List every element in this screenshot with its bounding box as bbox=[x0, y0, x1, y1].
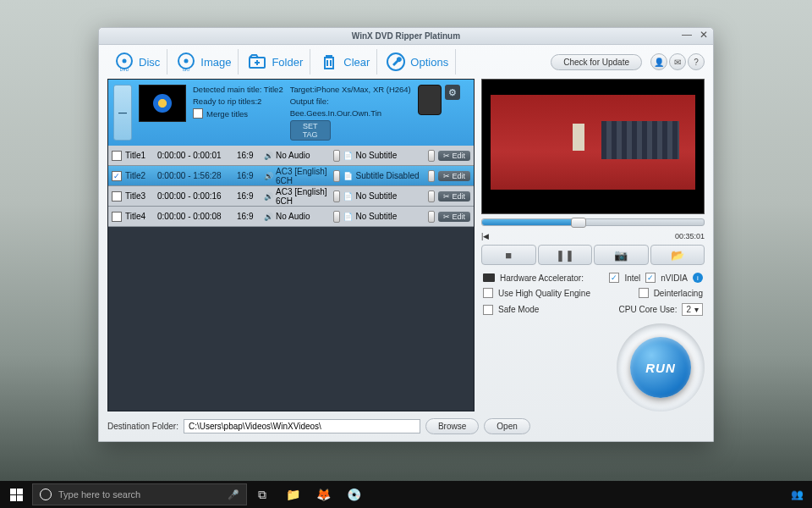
folder-open-icon: 📂 bbox=[671, 249, 684, 262]
stop-button[interactable]: ■ bbox=[481, 245, 536, 265]
disc-button[interactable]: DVDDisc bbox=[107, 49, 167, 75]
title-aspect: 16:9 bbox=[237, 151, 261, 160]
disc-icon: DVD bbox=[114, 52, 134, 72]
title-aspect: 16:9 bbox=[237, 212, 261, 221]
taskbar-search[interactable]: Type here to search🎤 bbox=[32, 483, 247, 505]
info-icon[interactable]: i bbox=[693, 273, 703, 283]
subtitle-select[interactable]: No Subtitle bbox=[343, 151, 425, 160]
title-row[interactable]: ✓Title20:00:00 - 1:56:2816:9AC3 [English… bbox=[108, 166, 474, 186]
dest-folder-input[interactable] bbox=[184, 419, 420, 433]
title-list-pane: — Detected main title: Title2 Ready to r… bbox=[107, 79, 475, 411]
title-aspect: 16:9 bbox=[237, 171, 261, 180]
image-button[interactable]: ISOImage bbox=[169, 49, 239, 75]
wrench-icon bbox=[386, 52, 406, 72]
edit-button[interactable]: ✂Edit bbox=[438, 191, 470, 202]
app-window: WinX DVD Ripper Platinum — ✕ DVDDisc ISO… bbox=[98, 27, 714, 442]
merge-titles-checkbox[interactable]: Merge titles bbox=[193, 108, 283, 119]
title-checkbox[interactable] bbox=[112, 151, 122, 161]
windows-logo-icon bbox=[10, 489, 23, 501]
title-row[interactable]: Title10:00:00 - 0:00:0116:9No AudioNo Su… bbox=[108, 146, 474, 166]
seek-slider[interactable] bbox=[481, 218, 705, 226]
intel-checkbox[interactable] bbox=[609, 273, 619, 283]
profile-settings-button[interactable]: ⚙ bbox=[445, 85, 460, 100]
seek-start-icon[interactable]: |◀ bbox=[481, 232, 675, 240]
edit-button[interactable]: ✂Edit bbox=[438, 212, 470, 222]
audio-select[interactable]: No Audio bbox=[264, 151, 330, 160]
audio-select[interactable]: AC3 [English] 6CH bbox=[264, 167, 330, 185]
close-button[interactable]: ✕ bbox=[698, 30, 710, 41]
firefox-taskbar-icon[interactable]: 🦊 bbox=[308, 481, 338, 508]
start-button[interactable] bbox=[0, 481, 32, 508]
taskbar[interactable]: Type here to search🎤 ⧉ 📁 🦊 💿 👥 bbox=[0, 481, 812, 508]
winx-taskbar-icon[interactable]: 💿 bbox=[338, 481, 369, 508]
title-name: Title1 bbox=[125, 151, 154, 160]
open-button[interactable]: Open bbox=[484, 418, 529, 434]
svg-point-4 bbox=[184, 59, 189, 64]
title-checkbox[interactable] bbox=[112, 191, 122, 202]
hw-accelerator-label: Hardware Accelerator: bbox=[500, 273, 604, 283]
hq-engine-checkbox[interactable] bbox=[483, 288, 493, 298]
open-folder-button[interactable]: 📂 bbox=[650, 245, 705, 265]
window-title: WinX DVD Ripper Platinum bbox=[352, 31, 460, 41]
toolbar: DVDDisc ISOImage Folder Clear Options Ch… bbox=[99, 45, 713, 79]
audio-stepper[interactable] bbox=[333, 190, 340, 202]
title-checkbox[interactable]: ✓ bbox=[112, 171, 122, 181]
subtitle-stepper[interactable] bbox=[428, 211, 435, 223]
camera-icon: 📷 bbox=[614, 249, 628, 262]
browse-button[interactable]: Browse bbox=[425, 418, 479, 434]
run-button[interactable]: RUN bbox=[630, 337, 691, 398]
output-file: Bee.Gees.In.Our.Own.Tin bbox=[290, 108, 411, 118]
explorer-taskbar-icon[interactable]: 📁 bbox=[277, 481, 308, 508]
edit-button[interactable]: ✂Edit bbox=[438, 171, 470, 181]
title-bar[interactable]: WinX DVD Ripper Platinum — ✕ bbox=[99, 28, 713, 45]
subtitle-stepper[interactable] bbox=[428, 150, 435, 162]
clear-button[interactable]: Clear bbox=[312, 49, 377, 75]
device-preview-icon bbox=[418, 85, 442, 115]
title-row[interactable]: Title30:00:00 - 0:00:1616:9AC3 [English]… bbox=[108, 186, 474, 207]
dest-label: Destination Folder: bbox=[107, 422, 178, 431]
nvidia-checkbox[interactable] bbox=[645, 273, 656, 283]
subtitle-select[interactable]: Subtitle Disabled bbox=[343, 171, 425, 180]
edit-button[interactable]: ✂Edit bbox=[438, 151, 470, 161]
deinterlace-checkbox[interactable] bbox=[639, 288, 649, 298]
subtitle-select[interactable]: No Subtitle bbox=[343, 191, 425, 201]
options-button[interactable]: Options bbox=[379, 49, 456, 75]
check-update-button[interactable]: Check for Update bbox=[551, 54, 642, 70]
audio-select[interactable]: No Audio bbox=[264, 212, 330, 221]
account-button[interactable]: 👤 bbox=[650, 53, 667, 70]
scissors-icon: ✂ bbox=[443, 172, 450, 180]
snapshot-button[interactable]: 📷 bbox=[594, 245, 649, 265]
mail-button[interactable]: ✉ bbox=[669, 53, 686, 70]
title-range: 0:00:00 - 1:56:28 bbox=[157, 171, 233, 180]
title-checkbox[interactable] bbox=[112, 212, 122, 222]
help-button[interactable]: ? bbox=[688, 53, 705, 70]
task-view-button[interactable]: ⧉ bbox=[247, 481, 277, 508]
title-name: Title3 bbox=[125, 191, 154, 201]
title-name: Title2 bbox=[125, 171, 154, 180]
title-range: 0:00:00 - 0:00:08 bbox=[157, 212, 233, 221]
subtitle-stepper[interactable] bbox=[428, 170, 435, 182]
subtitle-select[interactable]: No Subtitle bbox=[343, 212, 425, 221]
safe-mode-checkbox[interactable] bbox=[483, 305, 493, 315]
cpu-core-select[interactable]: 2▾ bbox=[682, 303, 703, 316]
audio-select[interactable]: AC3 [English] 6CH bbox=[264, 187, 330, 206]
mic-icon[interactable]: 🎤 bbox=[228, 489, 239, 500]
collapse-button[interactable]: — bbox=[113, 85, 132, 141]
minimize-button[interactable]: — bbox=[681, 30, 693, 41]
folder-button[interactable]: Folder bbox=[240, 49, 310, 75]
scissors-icon: ✂ bbox=[443, 152, 450, 160]
svg-text:DVD: DVD bbox=[120, 67, 129, 72]
subtitle-stepper[interactable] bbox=[428, 190, 435, 202]
audio-stepper[interactable] bbox=[333, 150, 340, 162]
set-tag-button[interactable]: SET TAG bbox=[290, 120, 331, 141]
title-row[interactable]: Title40:00:00 - 0:00:0816:9No AudioNo Su… bbox=[108, 207, 474, 227]
people-button[interactable]: 👥 bbox=[782, 481, 812, 508]
title-range: 0:00:00 - 0:00:01 bbox=[157, 151, 233, 160]
seek-handle[interactable] bbox=[571, 218, 586, 228]
scissors-icon: ✂ bbox=[443, 192, 450, 201]
detected-title-label: Detected main title: Title2 bbox=[193, 85, 283, 94]
audio-stepper[interactable] bbox=[333, 211, 340, 223]
audio-stepper[interactable] bbox=[333, 170, 340, 182]
pause-button[interactable]: ❚❚ bbox=[538, 245, 593, 265]
video-preview bbox=[481, 79, 705, 214]
